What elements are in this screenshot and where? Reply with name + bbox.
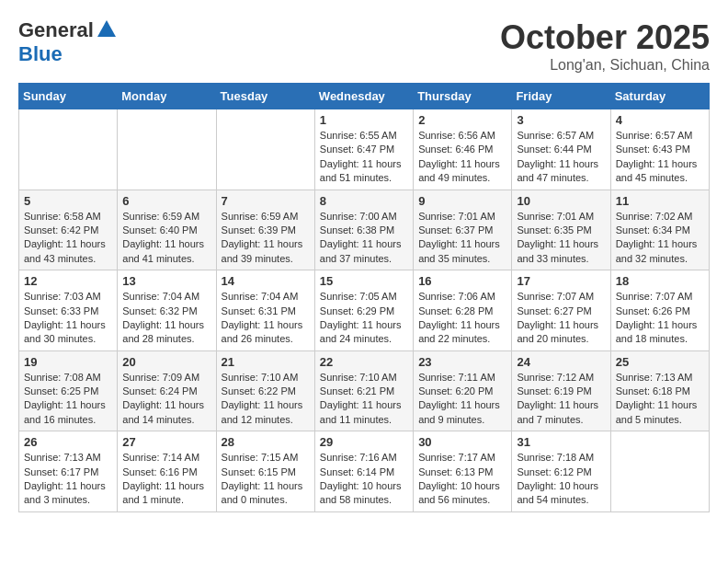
day-info-line: and 35 minutes. — [418, 253, 490, 264]
day-info-line: and 51 minutes. — [320, 172, 392, 183]
day-number: 8 — [320, 194, 408, 208]
day-info-line: Sunset: 6:24 PM — [122, 385, 197, 396]
day-info-line: Sunset: 6:14 PM — [320, 466, 394, 477]
day-info-line: Sunrise: 7:01 AM — [517, 211, 594, 222]
day-number: 24 — [517, 355, 605, 369]
day-info-line: Sunset: 6:40 PM — [122, 224, 197, 236]
day-info-line: Sunset: 6:44 PM — [517, 144, 591, 155]
day-info-line: Sunrise: 7:09 AM — [122, 372, 199, 383]
day-number: 28 — [222, 435, 310, 449]
logo: General Blue — [18, 18, 116, 66]
day-info-line: Sunset: 6:46 PM — [418, 144, 493, 155]
day-number: 2 — [418, 113, 506, 127]
calendar-header-tuesday: Tuesday — [216, 84, 314, 109]
day-info: Sunrise: 7:04 AMSunset: 6:31 PMDaylight:… — [222, 290, 310, 347]
day-info-line: Sunrise: 7:00 AM — [320, 211, 397, 222]
day-info-line: Sunset: 6:15 PM — [222, 466, 296, 477]
day-info-line: Sunset: 6:28 PM — [418, 305, 493, 316]
day-info-line: and 39 minutes. — [222, 253, 293, 264]
day-info-line: and 56 minutes. — [418, 494, 490, 505]
day-info-line: Sunset: 6:43 PM — [616, 144, 690, 155]
calendar-day — [610, 431, 709, 512]
day-number: 27 — [122, 435, 210, 449]
calendar-day: 8Sunrise: 7:00 AMSunset: 6:38 PMDaylight… — [314, 190, 413, 270]
calendar-day: 19Sunrise: 7:08 AMSunset: 6:25 PMDayligh… — [19, 350, 118, 431]
day-number: 20 — [122, 355, 210, 369]
day-info-line: Sunrise: 6:59 AM — [122, 211, 199, 222]
day-info-line: Daylight: 11 hours — [24, 399, 106, 410]
calendar-day — [118, 109, 216, 190]
day-info-line: and 33 minutes. — [517, 253, 588, 264]
day-info-line: and 16 minutes. — [24, 414, 96, 425]
day-info: Sunrise: 7:09 AMSunset: 6:24 PMDaylight:… — [122, 371, 210, 428]
calendar-day: 9Sunrise: 7:01 AMSunset: 6:37 PMDaylight… — [414, 190, 512, 270]
day-info: Sunrise: 7:02 AMSunset: 6:34 PMDaylight:… — [616, 210, 704, 267]
day-info: Sunrise: 6:57 AMSunset: 6:44 PMDaylight:… — [517, 129, 605, 186]
day-info: Sunrise: 6:58 AMSunset: 6:42 PMDaylight:… — [24, 210, 112, 267]
day-info-line: Sunrise: 7:14 AM — [122, 452, 199, 463]
day-info-line: Daylight: 11 hours — [320, 238, 402, 249]
day-info-line: Sunrise: 7:06 AM — [418, 291, 495, 302]
calendar-header-thursday: Thursday — [414, 84, 512, 109]
day-info: Sunrise: 7:08 AMSunset: 6:25 PMDaylight:… — [24, 371, 112, 428]
day-info-line: Sunrise: 7:18 AM — [517, 452, 594, 463]
day-info-line: Daylight: 11 hours — [418, 319, 500, 330]
calendar-header-monday: Monday — [118, 84, 216, 109]
calendar-day: 24Sunrise: 7:12 AMSunset: 6:19 PMDayligh… — [512, 350, 610, 431]
calendar-day: 15Sunrise: 7:05 AMSunset: 6:29 PMDayligh… — [314, 270, 413, 351]
day-info-line: and 58 minutes. — [320, 494, 392, 505]
day-info-line: and 3 minutes. — [24, 494, 90, 505]
day-info-line: Sunrise: 7:08 AM — [24, 372, 101, 383]
day-info-line: Sunset: 6:16 PM — [122, 466, 197, 477]
day-info-line: Daylight: 11 hours — [24, 319, 106, 330]
calendar-week-1: 1Sunrise: 6:55 AMSunset: 6:47 PMDaylight… — [19, 109, 710, 190]
calendar-day: 14Sunrise: 7:04 AMSunset: 6:31 PMDayligh… — [216, 270, 314, 351]
calendar-day: 28Sunrise: 7:15 AMSunset: 6:15 PMDayligh… — [216, 431, 314, 512]
day-info-line: Sunrise: 7:13 AM — [24, 452, 101, 463]
calendar-day: 26Sunrise: 7:13 AMSunset: 6:17 PMDayligh… — [19, 431, 118, 512]
calendar-day: 11Sunrise: 7:02 AMSunset: 6:34 PMDayligh… — [610, 190, 709, 270]
day-info-line: and 37 minutes. — [320, 253, 392, 264]
day-info: Sunrise: 7:13 AMSunset: 6:18 PMDaylight:… — [616, 371, 704, 428]
calendar-day: 1Sunrise: 6:55 AMSunset: 6:47 PMDaylight… — [314, 109, 413, 190]
day-info-line: Sunset: 6:33 PM — [24, 305, 98, 316]
day-info-line: Daylight: 11 hours — [122, 238, 204, 249]
day-number: 29 — [320, 435, 408, 449]
day-number: 11 — [616, 194, 704, 208]
day-info: Sunrise: 7:01 AMSunset: 6:37 PMDaylight:… — [418, 210, 506, 267]
calendar-week-4: 19Sunrise: 7:08 AMSunset: 6:25 PMDayligh… — [19, 350, 710, 431]
day-info-line: Daylight: 11 hours — [320, 158, 402, 169]
day-info: Sunrise: 7:05 AMSunset: 6:29 PMDaylight:… — [320, 290, 408, 347]
day-number: 30 — [418, 435, 506, 449]
title-section: October 2025 Long'an, Sichuan, China — [500, 18, 710, 74]
day-info-line: Sunset: 6:29 PM — [320, 305, 394, 316]
day-info-line: Daylight: 11 hours — [24, 480, 106, 491]
day-info-line: Sunrise: 7:03 AM — [24, 291, 101, 302]
day-info: Sunrise: 7:06 AMSunset: 6:28 PMDaylight:… — [418, 290, 506, 347]
calendar-day: 29Sunrise: 7:16 AMSunset: 6:14 PMDayligh… — [314, 431, 413, 512]
day-info-line: Sunrise: 7:01 AM — [418, 211, 495, 222]
calendar-day: 25Sunrise: 7:13 AMSunset: 6:18 PMDayligh… — [610, 350, 709, 431]
day-number: 18 — [616, 274, 704, 288]
day-info-line: Daylight: 11 hours — [122, 319, 204, 330]
day-number: 14 — [222, 274, 310, 288]
day-number: 21 — [222, 355, 310, 369]
day-number: 7 — [222, 194, 310, 208]
day-info-line: Sunset: 6:13 PM — [418, 466, 493, 477]
day-info: Sunrise: 7:16 AMSunset: 6:14 PMDaylight:… — [320, 451, 408, 508]
calendar-day: 6Sunrise: 6:59 AMSunset: 6:40 PMDaylight… — [118, 190, 216, 270]
day-info-line: Daylight: 11 hours — [320, 319, 402, 330]
day-number: 5 — [24, 194, 112, 208]
day-info: Sunrise: 6:56 AMSunset: 6:46 PMDaylight:… — [418, 129, 506, 186]
calendar-day: 13Sunrise: 7:04 AMSunset: 6:32 PMDayligh… — [118, 270, 216, 351]
calendar-day: 3Sunrise: 6:57 AMSunset: 6:44 PMDaylight… — [512, 109, 610, 190]
day-info: Sunrise: 7:07 AMSunset: 6:26 PMDaylight:… — [616, 290, 704, 347]
day-info: Sunrise: 7:01 AMSunset: 6:35 PMDaylight:… — [517, 210, 605, 267]
day-info-line: and 30 minutes. — [24, 333, 96, 344]
calendar-header-sunday: Sunday — [19, 84, 118, 109]
day-info-line: Sunset: 6:32 PM — [122, 305, 197, 316]
day-info-line: and 54 minutes. — [517, 494, 588, 505]
day-info-line: Daylight: 11 hours — [616, 238, 698, 249]
day-info: Sunrise: 6:59 AMSunset: 6:40 PMDaylight:… — [122, 210, 210, 267]
day-info-line: and 28 minutes. — [122, 333, 194, 344]
